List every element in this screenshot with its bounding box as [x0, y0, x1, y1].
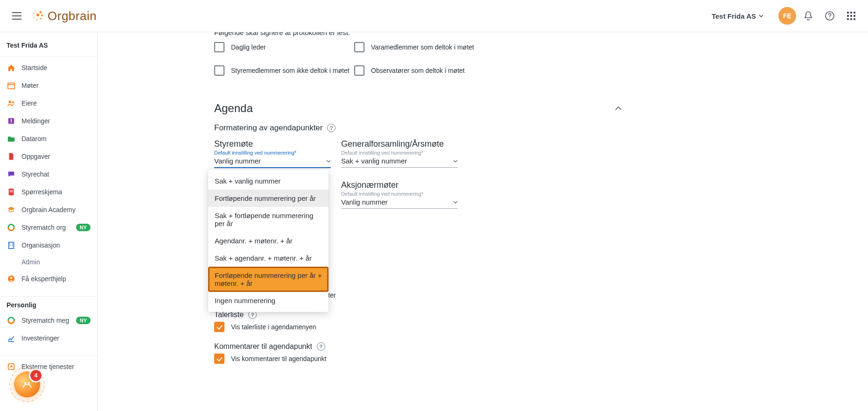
select-value: Vanlig nummer [214, 157, 261, 165]
sidebar-item-styrematch-meg[interactable]: Styrematch meg NY [0, 312, 97, 329]
svg-point-20 [12, 101, 14, 104]
svg-rect-30 [9, 245, 10, 246]
menu-toggle-button[interactable] [7, 7, 26, 25]
sidebar-item-academy[interactable]: Orgbrain Academy [0, 201, 97, 219]
sidebar-org-title: Test Frida AS [0, 36, 97, 55]
notifications-button[interactable] [799, 7, 818, 25]
sidebar-item-label: Få eksperthjelp [21, 275, 66, 283]
field-label: Default innstilling ved nummerering* [341, 191, 458, 197]
svg-rect-24 [9, 191, 13, 192]
svg-point-0 [36, 14, 39, 16]
hamburger-icon [12, 12, 21, 20]
sidebar-item-datarom[interactable]: Datarom [0, 130, 97, 148]
numbering-dropdown: Sak + vanlig nummer Fortløpende nummerer… [208, 170, 329, 312]
checkbox-icon[interactable] [214, 65, 224, 76]
alert-icon [7, 116, 16, 126]
sidebar-item-label: Organisasjon [21, 241, 60, 249]
signatory-option[interactable]: Styremedlemmer som ikke deltok i møtet [214, 65, 354, 76]
svg-point-7 [35, 10, 36, 12]
guide-launcher[interactable]: 4 [14, 371, 40, 397]
avatar-initials: FE [783, 12, 791, 20]
external-icon [7, 362, 16, 371]
help-tooltip[interactable]: ? [327, 124, 336, 132]
signatory-option[interactable]: Observatører som deltok i møtet [354, 65, 494, 76]
talerliste-checkbox-row[interactable]: Vis talerliste i agendamenyen [214, 322, 644, 332]
new-badge: NY [76, 317, 91, 324]
svg-rect-18 [8, 83, 14, 89]
checkbox-label: Vis kommentarer til agendapunkt [231, 355, 326, 362]
select-value: Vanlig nummer [341, 198, 388, 206]
sidebar-item-startside[interactable]: Startside [0, 59, 97, 77]
dropdown-option[interactable]: Sak + agendanr. + møtenr. + år [208, 249, 329, 267]
dropdown-option[interactable]: Fortløpende nummerering per år [208, 190, 329, 207]
guide-count-badge: 4 [29, 368, 43, 383]
sidebar-item-investeringer[interactable]: Investeringer [0, 329, 97, 347]
brand-logo-mark [30, 7, 46, 23]
dropdown-option-highlighted[interactable]: Fortløpende nummerering per år + møtenr.… [208, 267, 329, 292]
agenda-section-title: Agenda [214, 102, 253, 115]
help-button[interactable] [820, 7, 839, 25]
sidebar-item-moter[interactable]: Møter [0, 77, 97, 94]
sidebar-item-styrematch-org[interactable]: Styrematch org NY [0, 219, 97, 236]
numbering-col-title: Styremøte [214, 139, 331, 149]
sidebar-item-eiere[interactable]: Eiere [0, 94, 97, 112]
kommentarer-title: Kommentarer til agendapunkt [214, 342, 312, 351]
collapse-section-button[interactable] [612, 102, 625, 115]
expert-icon [7, 274, 16, 283]
chat-icon [7, 170, 16, 179]
sidebar-item-label: Oppgaver [21, 153, 50, 160]
checkbox-icon[interactable] [214, 354, 224, 364]
user-avatar[interactable]: FE [778, 7, 796, 25]
chart-icon [7, 333, 16, 343]
checkbox-label: Styremedlemmer som ikke deltok i møtet [231, 67, 350, 74]
apps-button[interactable] [842, 7, 861, 25]
sidebar-item-meldinger[interactable]: Meldinger [0, 112, 97, 130]
help-tooltip[interactable]: ? [317, 342, 325, 351]
signatory-option[interactable]: Varamedlemmer som deltok i møtet [354, 42, 494, 52]
checkbox-icon[interactable] [214, 322, 224, 332]
caret-down-icon [453, 160, 458, 163]
svg-rect-10 [850, 12, 852, 14]
dropdown-option[interactable]: Agendanr. + møtenr. + år [208, 232, 329, 249]
svg-point-4 [36, 19, 38, 21]
sidebar-item-styrechat[interactable]: Styrechat [0, 165, 97, 183]
brand-logo[interactable]: Orgbrain [30, 7, 97, 25]
sidebar-item-label: Møter [21, 82, 39, 89]
bell-icon [804, 11, 813, 21]
sidebar-personal-title: Personlig [0, 298, 97, 312]
sidebar-item-sporreskjema[interactable]: Spørreskjema [0, 183, 97, 201]
svg-point-3 [40, 18, 42, 20]
dropdown-option[interactable]: Ingen nummerering [208, 292, 329, 309]
numbering-select-am[interactable]: Vanlig nummer [341, 197, 458, 209]
signatory-option[interactable]: Daglig leder [214, 42, 354, 52]
checkbox-icon[interactable] [354, 65, 364, 76]
sidebar-item-organisasjon[interactable]: Organisasjon [0, 236, 97, 254]
org-switcher[interactable]: Test Frida AS [709, 10, 766, 22]
checkbox-icon[interactable] [354, 42, 364, 52]
sidebar-item-label: Orgbrain Academy [21, 206, 76, 213]
numbering-block-gf: Generalforsamling/Årsmøte Default innsti… [341, 139, 458, 168]
dropdown-option[interactable]: Sak + fortløpende nummerering per år [208, 207, 329, 232]
checkbox-icon[interactable] [214, 42, 224, 52]
apps-grid-icon [847, 12, 855, 20]
sidebar-item-admin[interactable]: Admin [0, 254, 97, 270]
folder-icon [7, 134, 16, 143]
sidebar-item-eksperthjelp[interactable]: Få eksperthjelp [0, 270, 97, 288]
match-icon [7, 223, 16, 232]
numbering-col-title: Generalforsamling/Årsmøte [341, 139, 458, 149]
svg-point-37 [24, 382, 26, 384]
new-badge: NY [76, 224, 91, 231]
users-icon [7, 99, 16, 108]
dropdown-option[interactable]: Sak + vanlig nummer [208, 172, 329, 190]
svg-point-1 [40, 11, 42, 14]
sidebar-item-oppgaver[interactable]: Oppgaver [0, 148, 97, 165]
numbering-select-gf[interactable]: Sak + vanlig nummer [341, 156, 458, 168]
guide-icon [21, 378, 33, 390]
kommentarer-checkbox-row[interactable]: Vis kommentarer til agendapunkt [214, 354, 644, 364]
checkbox-label: Observatører som deltok i møtet [371, 67, 465, 74]
numbering-select-styremote[interactable]: Vanlig nummer Sak + vanlig nummer Fortlø… [214, 156, 331, 168]
match-icon [7, 316, 16, 325]
numbering-block-am: Aksjonærmøter Default innstilling ved nu… [341, 180, 458, 209]
svg-rect-17 [854, 18, 855, 20]
sidebar-item-label: Investeringer [21, 334, 59, 342]
